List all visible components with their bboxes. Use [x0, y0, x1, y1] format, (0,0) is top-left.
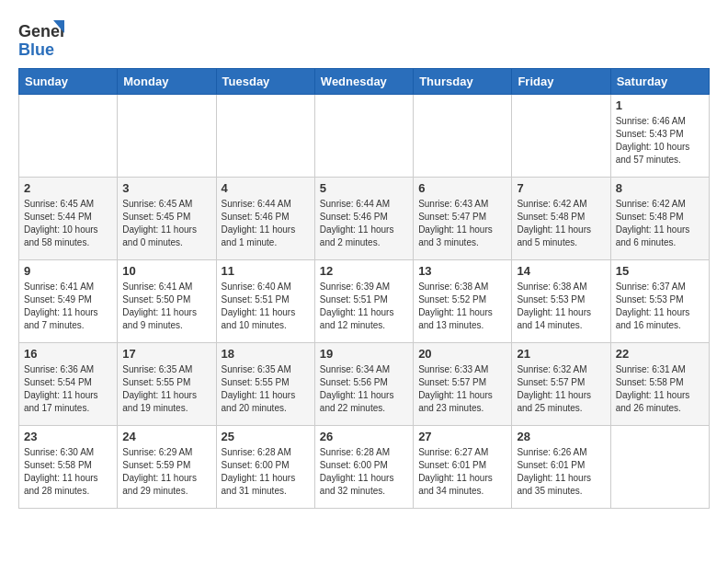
weekday-header-row: SundayMondayTuesdayWednesdayThursdayFrid… — [19, 69, 710, 95]
day-info: Sunrise: 6:30 AM Sunset: 5:58 PM Dayligh… — [24, 446, 112, 498]
day-info: Sunrise: 6:44 AM Sunset: 5:46 PM Dayligh… — [320, 198, 408, 249]
day-info: Sunrise: 6:37 AM Sunset: 5:53 PM Dayligh… — [616, 281, 704, 332]
day-number: 28 — [517, 430, 605, 443]
calendar-cell — [216, 95, 314, 178]
day-info: Sunrise: 6:32 AM Sunset: 5:57 PM Dayligh… — [517, 363, 605, 415]
calendar-cell: 27Sunrise: 6:27 AM Sunset: 6:01 PM Dayli… — [414, 426, 512, 509]
svg-text:Blue: Blue — [18, 40, 54, 59]
calendar-cell — [610, 426, 709, 509]
calendar-cell: 10Sunrise: 6:41 AM Sunset: 5:50 PM Dayli… — [118, 260, 216, 343]
calendar-week-row: 2Sunrise: 6:45 AM Sunset: 5:44 PM Daylig… — [19, 178, 710, 260]
calendar-cell: 15Sunrise: 6:37 AM Sunset: 5:53 PM Dayli… — [610, 260, 709, 343]
weekday-header-wednesday: Wednesday — [314, 69, 413, 95]
day-number: 15 — [616, 264, 704, 278]
calendar-cell: 17Sunrise: 6:35 AM Sunset: 5:55 PM Dayli… — [118, 343, 216, 426]
day-info: Sunrise: 6:43 AM Sunset: 5:47 PM Dayligh… — [418, 198, 506, 249]
day-number: 5 — [320, 181, 408, 195]
calendar-cell: 26Sunrise: 6:28 AM Sunset: 6:00 PM Dayli… — [314, 426, 413, 509]
weekday-header-monday: Monday — [118, 69, 216, 95]
day-number: 7 — [517, 181, 605, 195]
calendar-cell — [314, 95, 413, 178]
calendar-cell: 7Sunrise: 6:42 AM Sunset: 5:48 PM Daylig… — [512, 178, 610, 260]
day-number: 14 — [517, 264, 605, 278]
day-info: Sunrise: 6:26 AM Sunset: 6:01 PM Dayligh… — [517, 446, 605, 498]
weekday-header-tuesday: Tuesday — [216, 69, 314, 95]
day-info: Sunrise: 6:27 AM Sunset: 6:01 PM Dayligh… — [418, 446, 506, 498]
day-number: 20 — [418, 347, 506, 361]
calendar-cell: 23Sunrise: 6:30 AM Sunset: 5:58 PM Dayli… — [19, 426, 118, 509]
calendar-cell: 25Sunrise: 6:28 AM Sunset: 6:00 PM Dayli… — [216, 426, 314, 509]
calendar-cell: 4Sunrise: 6:44 AM Sunset: 5:46 PM Daylig… — [216, 178, 314, 260]
calendar-cell — [512, 95, 610, 178]
day-number: 9 — [24, 264, 112, 278]
day-info: Sunrise: 6:46 AM Sunset: 5:43 PM Dayligh… — [616, 115, 704, 167]
day-info: Sunrise: 6:44 AM Sunset: 5:46 PM Dayligh… — [222, 198, 310, 249]
calendar-cell: 20Sunrise: 6:33 AM Sunset: 5:57 PM Dayli… — [414, 343, 512, 426]
day-number: 11 — [222, 264, 310, 278]
day-number: 3 — [122, 181, 210, 195]
calendar-week-row: 23Sunrise: 6:30 AM Sunset: 5:58 PM Dayli… — [19, 426, 710, 509]
day-number: 17 — [122, 347, 210, 361]
calendar-cell: 11Sunrise: 6:40 AM Sunset: 5:51 PM Dayli… — [216, 260, 314, 343]
day-info: Sunrise: 6:28 AM Sunset: 6:00 PM Dayligh… — [222, 446, 310, 498]
calendar-cell: 19Sunrise: 6:34 AM Sunset: 5:56 PM Dayli… — [314, 343, 413, 426]
calendar-cell: 21Sunrise: 6:32 AM Sunset: 5:57 PM Dayli… — [512, 343, 610, 426]
day-info: Sunrise: 6:41 AM Sunset: 5:50 PM Dayligh… — [122, 281, 210, 332]
calendar-cell: 9Sunrise: 6:41 AM Sunset: 5:49 PM Daylig… — [19, 260, 118, 343]
day-info: Sunrise: 6:35 AM Sunset: 5:55 PM Dayligh… — [222, 363, 310, 415]
calendar-cell: 22Sunrise: 6:31 AM Sunset: 5:58 PM Dayli… — [610, 343, 709, 426]
day-info: Sunrise: 6:33 AM Sunset: 5:57 PM Dayligh… — [418, 363, 506, 415]
day-number: 13 — [418, 264, 506, 278]
calendar-week-row: 1Sunrise: 6:46 AM Sunset: 5:43 PM Daylig… — [19, 95, 710, 178]
calendar-cell: 16Sunrise: 6:36 AM Sunset: 5:54 PM Dayli… — [19, 343, 118, 426]
calendar-cell: 8Sunrise: 6:42 AM Sunset: 5:48 PM Daylig… — [610, 178, 709, 260]
weekday-header-saturday: Saturday — [610, 69, 709, 95]
day-number: 23 — [24, 430, 112, 443]
day-number: 18 — [222, 347, 310, 361]
calendar-cell: 12Sunrise: 6:39 AM Sunset: 5:51 PM Dayli… — [314, 260, 413, 343]
day-number: 27 — [418, 430, 506, 443]
weekday-header-thursday: Thursday — [414, 69, 512, 95]
calendar-cell: 1Sunrise: 6:46 AM Sunset: 5:43 PM Daylig… — [610, 95, 709, 178]
day-info: Sunrise: 6:31 AM Sunset: 5:58 PM Dayligh… — [616, 363, 704, 415]
day-number: 10 — [122, 264, 210, 278]
day-number: 2 — [24, 181, 112, 195]
day-number: 1 — [616, 98, 704, 112]
day-info: Sunrise: 6:39 AM Sunset: 5:51 PM Dayligh… — [320, 281, 408, 332]
calendar-cell: 6Sunrise: 6:43 AM Sunset: 5:47 PM Daylig… — [414, 178, 512, 260]
day-number: 26 — [320, 430, 408, 443]
calendar-cell: 3Sunrise: 6:45 AM Sunset: 5:45 PM Daylig… — [118, 178, 216, 260]
day-info: Sunrise: 6:45 AM Sunset: 5:44 PM Dayligh… — [24, 198, 112, 249]
calendar-cell: 14Sunrise: 6:38 AM Sunset: 5:53 PM Dayli… — [512, 260, 610, 343]
calendar-table: SundayMondayTuesdayWednesdayThursdayFrid… — [18, 68, 710, 509]
day-info: Sunrise: 6:34 AM Sunset: 5:56 PM Dayligh… — [320, 363, 408, 415]
logo-svg-icon: GeneralBlue — [18, 18, 64, 59]
header: GeneralBlue — [18, 18, 710, 59]
day-info: Sunrise: 6:28 AM Sunset: 6:00 PM Dayligh… — [320, 446, 408, 498]
calendar-cell — [414, 95, 512, 178]
calendar-cell: 28Sunrise: 6:26 AM Sunset: 6:01 PM Dayli… — [512, 426, 610, 509]
day-number: 24 — [122, 430, 210, 443]
day-number: 21 — [517, 347, 605, 361]
day-info: Sunrise: 6:36 AM Sunset: 5:54 PM Dayligh… — [24, 363, 112, 415]
day-number: 4 — [222, 181, 310, 195]
logo: GeneralBlue — [18, 18, 64, 59]
day-number: 19 — [320, 347, 408, 361]
calendar-cell: 24Sunrise: 6:29 AM Sunset: 5:59 PM Dayli… — [118, 426, 216, 509]
day-number: 16 — [24, 347, 112, 361]
day-info: Sunrise: 6:40 AM Sunset: 5:51 PM Dayligh… — [222, 281, 310, 332]
day-info: Sunrise: 6:41 AM Sunset: 5:49 PM Dayligh… — [24, 281, 112, 332]
day-number: 25 — [222, 430, 310, 443]
calendar-cell — [19, 95, 118, 178]
day-info: Sunrise: 6:35 AM Sunset: 5:55 PM Dayligh… — [122, 363, 210, 415]
calendar-cell: 2Sunrise: 6:45 AM Sunset: 5:44 PM Daylig… — [19, 178, 118, 260]
calendar-week-row: 16Sunrise: 6:36 AM Sunset: 5:54 PM Dayli… — [19, 343, 710, 426]
day-number: 6 — [418, 181, 506, 195]
day-number: 22 — [616, 347, 704, 361]
calendar-week-row: 9Sunrise: 6:41 AM Sunset: 5:49 PM Daylig… — [19, 260, 710, 343]
day-info: Sunrise: 6:38 AM Sunset: 5:53 PM Dayligh… — [517, 281, 605, 332]
calendar-cell: 13Sunrise: 6:38 AM Sunset: 5:52 PM Dayli… — [414, 260, 512, 343]
day-info: Sunrise: 6:42 AM Sunset: 5:48 PM Dayligh… — [616, 198, 704, 249]
weekday-header-friday: Friday — [512, 69, 610, 95]
calendar-cell: 5Sunrise: 6:44 AM Sunset: 5:46 PM Daylig… — [314, 178, 413, 260]
